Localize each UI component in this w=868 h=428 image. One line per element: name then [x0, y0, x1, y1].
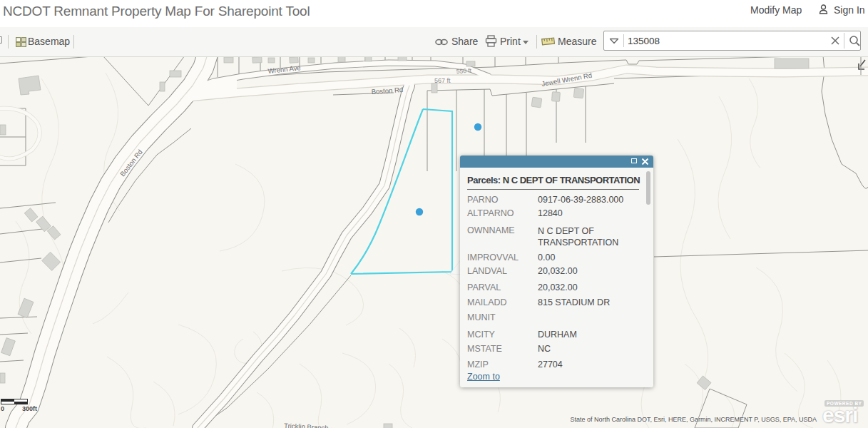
svg-text:550 ft: 550 ft: [456, 66, 472, 75]
svg-text:567 ft: 567 ft: [434, 77, 451, 84]
